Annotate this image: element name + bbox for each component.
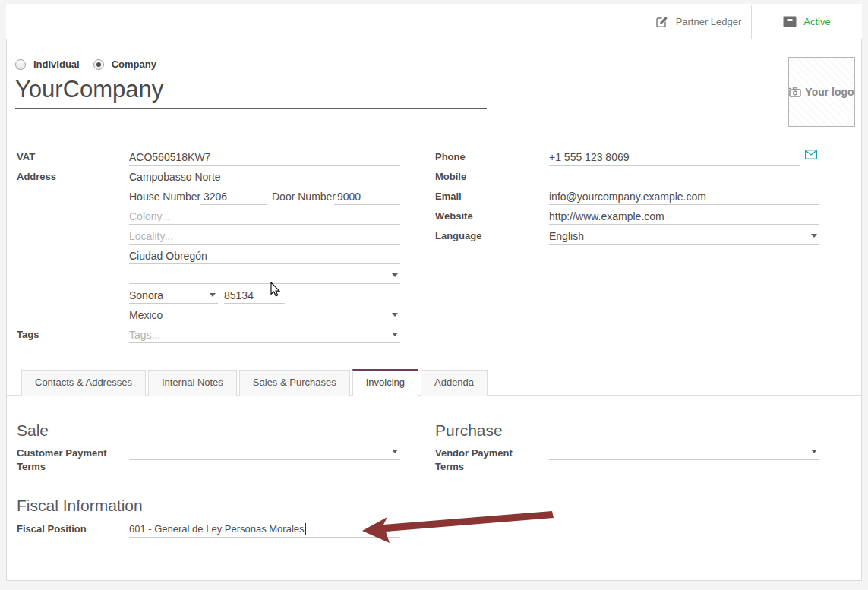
tab-sales-purchases[interactable]: Sales & Purchases <box>239 370 350 396</box>
fiscal-position-label: Fiscal Position <box>17 522 87 537</box>
language-label: Language <box>435 229 481 244</box>
zip-value: 85134 <box>224 289 254 301</box>
city-value: Ciudad Obregón <box>129 250 207 262</box>
envelope-icon[interactable] <box>805 150 817 159</box>
door-number-field[interactable]: 9000 <box>334 189 400 205</box>
street-value: Campobasso Norte <box>129 171 221 183</box>
door-number-label: Door Number <box>272 189 336 204</box>
customer-payment-terms-label: Customer Payment Terms <box>17 446 108 474</box>
company-radio-label[interactable]: Company <box>112 58 156 70</box>
street-field[interactable]: Campobasso Norte <box>129 169 400 185</box>
company-name-underline <box>15 108 487 109</box>
house-number-field[interactable]: 3206 <box>200 189 267 205</box>
website-value: http://www.example.com <box>549 210 664 222</box>
phone-field[interactable]: +1 555 123 8069 <box>549 150 800 166</box>
camera-icon <box>789 87 801 97</box>
chevron-down-icon[interactable] <box>811 450 817 453</box>
vendor-payment-terms-dropdown[interactable] <box>549 444 819 460</box>
customer-payment-terms-dropdown[interactable] <box>129 444 400 460</box>
tab-contacts-addresses[interactable]: Contacts & Addresses <box>21 370 146 396</box>
email-field[interactable]: info@yourcompany.example.com <box>549 189 819 205</box>
house-number-label: House Number <box>129 189 200 204</box>
municipality-dropdown[interactable] <box>129 268 400 284</box>
chevron-down-icon[interactable] <box>811 234 817 238</box>
chevron-down-icon[interactable] <box>392 450 398 453</box>
logo-upload[interactable]: Your logo <box>788 57 855 127</box>
vat-field[interactable]: ACO560518KW7 <box>129 150 400 166</box>
locality-placeholder: Locality... <box>129 230 173 242</box>
phone-value: +1 555 123 8069 <box>549 151 630 163</box>
state-value: Sonora <box>129 289 163 301</box>
fiscal-position-value: 601 - General de Ley Personas Morales <box>129 523 305 535</box>
tags-placeholder: Tags... <box>129 329 160 341</box>
company-radio[interactable] <box>93 59 104 70</box>
house-number-value: 3206 <box>200 191 227 203</box>
state-dropdown[interactable]: Sonora <box>129 288 218 304</box>
individual-radio-label[interactable]: Individual <box>33 58 80 70</box>
language-value: English <box>549 230 584 242</box>
chevron-down-icon[interactable] <box>210 293 216 297</box>
annotation-arrow <box>334 505 562 547</box>
individual-radio[interactable] <box>15 59 26 70</box>
vat-value: ACO560518KW7 <box>129 151 210 163</box>
tab-internal-notes[interactable]: Internal Notes <box>148 370 237 396</box>
mobile-label: Mobile <box>435 169 466 185</box>
logo-placeholder-label: Your logo <box>805 86 854 98</box>
tags-field[interactable]: Tags... <box>129 327 400 343</box>
text-caret <box>305 523 306 535</box>
mouse-cursor <box>270 282 281 297</box>
partner-ledger-button[interactable]: Partner Ledger <box>645 5 751 39</box>
active-toggle-button[interactable]: Active <box>751 5 862 39</box>
locality-field[interactable]: Locality... <box>129 229 400 245</box>
tags-label: Tags <box>17 327 39 342</box>
fiscal-information-heading: Fiscal Information <box>17 497 143 515</box>
notebook-tabs: Contacts & Addresses Internal Notes Sale… <box>21 370 490 396</box>
colony-field[interactable]: Colony... <box>129 209 400 225</box>
country-dropdown[interactable]: Mexico <box>129 308 400 323</box>
tab-addenda[interactable]: Addenda <box>421 370 488 396</box>
email-label: Email <box>435 189 462 204</box>
website-field[interactable]: http://www.example.com <box>549 209 819 225</box>
email-value: info@yourcompany.example.com <box>549 191 706 203</box>
address-label: Address <box>17 169 56 185</box>
tab-invoicing[interactable]: Invoicing <box>352 369 418 396</box>
chevron-down-icon[interactable] <box>392 313 398 317</box>
archive-icon <box>783 16 797 27</box>
active-label: Active <box>803 16 830 27</box>
vat-label: VAT <box>17 150 35 165</box>
company-type-selector: Individual Company <box>15 58 163 70</box>
country-value: Mexico <box>129 309 163 321</box>
phone-label: Phone <box>435 150 466 165</box>
edit-icon <box>655 15 669 28</box>
partner-ledger-label: Partner Ledger <box>676 16 742 27</box>
chevron-down-icon[interactable] <box>392 273 398 277</box>
colony-placeholder: Colony... <box>129 210 170 222</box>
company-name-input[interactable]: YourCompany <box>15 76 163 103</box>
mobile-field[interactable] <box>549 169 819 185</box>
website-label: Website <box>435 209 473 224</box>
purchase-heading: Purchase <box>435 421 503 440</box>
door-number-value: 9000 <box>334 191 361 203</box>
city-field[interactable]: Ciudad Obregón <box>129 248 400 264</box>
sale-heading: Sale <box>17 421 49 440</box>
chevron-down-icon[interactable] <box>392 333 398 336</box>
vendor-payment-terms-label: Vendor Payment Terms <box>435 446 526 474</box>
language-dropdown[interactable]: English <box>549 229 819 245</box>
